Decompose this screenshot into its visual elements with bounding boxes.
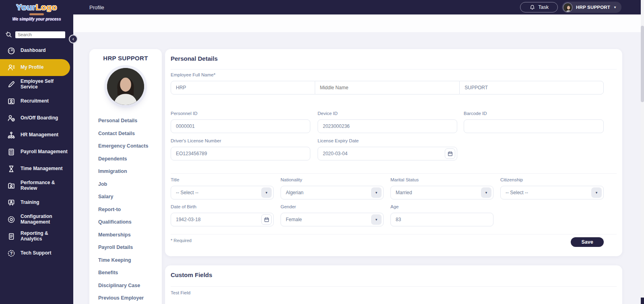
save-button[interactable]: Save <box>571 237 604 247</box>
calendar-icon[interactable] <box>445 148 455 159</box>
report-icon <box>7 232 15 240</box>
profile-avatar[interactable] <box>107 68 144 105</box>
profile-nav-contact-details[interactable]: Contact Details <box>89 127 162 140</box>
selected-value: Algerian <box>286 190 303 195</box>
page-title: Profile <box>89 0 104 14</box>
title-select[interactable]: -- Select -- ▾ <box>171 186 274 199</box>
field-device-id: Device ID <box>318 111 457 133</box>
field-label: Date of Birth <box>171 204 274 209</box>
logo-text-logo: Logo <box>35 2 57 12</box>
barcode-id-input[interactable] <box>464 119 604 133</box>
sidebar-item-on-off-boarding[interactable]: On/Off Boarding <box>0 110 73 127</box>
org-chart-icon <box>7 131 15 139</box>
logo-text-your: Your <box>16 2 35 12</box>
svg-text:?: ? <box>10 251 12 256</box>
gauge-icon <box>7 47 15 55</box>
license-expiry-input[interactable] <box>318 147 442 160</box>
logo: YourLogo We simplify your process <box>0 0 73 21</box>
sidebar-item-training[interactable]: Training <box>0 194 73 211</box>
divider <box>171 286 617 287</box>
first-name-input[interactable] <box>171 81 315 94</box>
device-id-input[interactable] <box>318 119 457 133</box>
sidebar-item-recruitment[interactable]: Recruitment <box>0 93 73 110</box>
profile-nav-immigration[interactable]: Immigration <box>89 165 162 178</box>
user-name: HRP SUPPORT <box>576 5 610 10</box>
chevron-down-icon[interactable]: ▾ <box>371 214 382 225</box>
sidebar-item-label: Recruitment <box>21 99 52 104</box>
gender-select[interactable]: Female ▾ <box>281 213 384 226</box>
sidebar-item-hr-management[interactable]: HR Management <box>0 127 73 144</box>
scrollbar-thumb[interactable] <box>641 26 644 102</box>
field-age: Age <box>390 204 493 226</box>
field-date-of-birth: Date of Birth <box>171 204 274 226</box>
sidebar-item-employee-self-service[interactable]: Employee Self Service <box>0 76 73 93</box>
profile-nav-job[interactable]: Job <box>89 178 162 191</box>
sidebar-item-my-profile[interactable]: My Profile <box>0 59 70 76</box>
sidebar-item-tech-support[interactable]: ? Tech Support <box>0 245 73 262</box>
middle-name-input[interactable] <box>315 81 460 94</box>
date-of-birth-input[interactable] <box>171 213 258 226</box>
sidebar-collapse-button[interactable]: ‹ <box>69 35 78 43</box>
field-personnel-id: Personnel ID <box>171 111 310 133</box>
gear-icon <box>7 216 15 224</box>
profile-nav-emergency-contacts[interactable]: Emergency Contacts <box>89 140 162 153</box>
sidebar: YourLogo We simplify your process ‹ Dash… <box>0 0 73 304</box>
marital-status-select[interactable]: Married ▾ <box>390 186 493 199</box>
age-input[interactable] <box>390 213 493 226</box>
field-label: Driver's License Number <box>171 138 310 143</box>
topbar-right: Task HRP SUPPORT ▼ <box>520 0 621 14</box>
task-button[interactable]: Task <box>520 2 558 12</box>
license-expiry-date-field <box>318 147 457 160</box>
profile-nav-report-to[interactable]: Report-to <box>89 203 162 216</box>
field-title: Title -- Select -- ▾ <box>171 177 274 199</box>
profile-nav-benefits[interactable]: Benefits <box>89 267 162 279</box>
profile-nav-personal-details[interactable]: Personal Details <box>89 115 162 127</box>
drivers-license-input[interactable] <box>171 147 310 160</box>
full-name-group <box>171 81 604 94</box>
nationality-select[interactable]: Algerian ▾ <box>281 186 384 199</box>
divider <box>171 234 617 234</box>
profile-nav-time-keeping[interactable]: Time Keeping <box>89 254 162 267</box>
profile-nav-dependents[interactable]: Dependents <box>89 153 162 166</box>
last-name-input[interactable] <box>459 81 604 94</box>
profile-card: HRP SUPPORT Personal Details Contact Det… <box>89 49 162 304</box>
sidebar-item-label: My Profile <box>21 65 47 70</box>
field-citizenship: Citizenship -- Select -- ▾ <box>500 177 604 199</box>
logo-tagline: We simplify your process <box>0 17 73 21</box>
search-input[interactable] <box>15 31 65 38</box>
divider <box>171 69 617 70</box>
profile-nav-qualifications[interactable]: Qualifications <box>89 216 162 229</box>
citizenship-select[interactable]: -- Select -- ▾ <box>500 186 604 199</box>
sidebar-item-payroll-management[interactable]: Payroll Management <box>0 144 73 160</box>
sidebar-item-label: HR Management <box>21 132 62 138</box>
field-label: Citizenship <box>500 177 604 182</box>
user-lines-icon <box>7 64 15 72</box>
question-icon: ? <box>7 249 15 257</box>
chevron-down-icon[interactable]: ▾ <box>371 187 382 198</box>
task-button-label: Task <box>538 4 549 10</box>
selected-value: Female <box>286 217 302 222</box>
chevron-down-icon[interactable]: ▾ <box>261 187 272 198</box>
sidebar-item-reporting-analytics[interactable]: Reporting & Analytics <box>0 228 73 245</box>
profile-nav-memberships[interactable]: Memberships <box>89 229 162 242</box>
chevron-down-icon[interactable]: ▾ <box>481 187 491 198</box>
sidebar-item-time-management[interactable]: Time Management <box>0 160 73 177</box>
sidebar-item-performance-review[interactable]: Performance & Review <box>0 177 73 194</box>
profile-nav-previous-employer[interactable]: Previous Employer <box>89 292 162 304</box>
scrollbar[interactable] <box>641 0 644 304</box>
sidebar-item-configuration-management[interactable]: Configuration Management <box>0 211 73 228</box>
chevron-down-icon[interactable]: ▾ <box>591 187 602 198</box>
sidebar-search <box>0 31 73 38</box>
custom-fields-card: Custom Fields Test Field <box>165 265 622 304</box>
profile-nav-disciplinary-case[interactable]: Disciplinary Case <box>89 279 162 292</box>
profile-nav-salary[interactable]: Salary <box>89 191 162 203</box>
sidebar-item-label: On/Off Boarding <box>21 115 61 121</box>
selected-value: Married <box>396 190 412 195</box>
person-folder-icon <box>7 182 15 190</box>
sidebar-item-dashboard[interactable]: Dashboard <box>0 42 73 59</box>
user-menu[interactable]: HRP SUPPORT ▼ <box>562 2 621 13</box>
personal-details-card: Personal Details Employee Full Name* Per… <box>165 49 622 256</box>
personnel-id-input[interactable] <box>171 119 310 133</box>
calendar-icon[interactable] <box>261 214 272 225</box>
profile-nav-payroll-details[interactable]: Payroll Details <box>89 241 162 254</box>
